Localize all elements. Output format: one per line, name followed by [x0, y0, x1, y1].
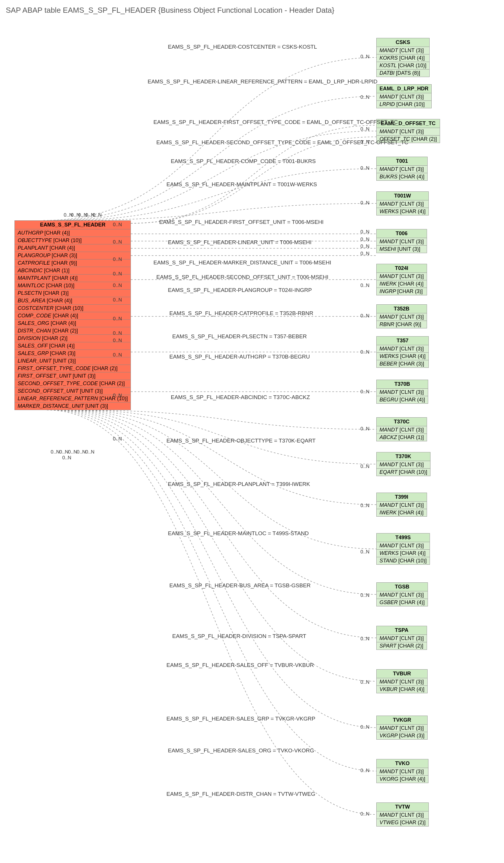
relation-label: EAMS_S_SP_FL_HEADER-SALES_OFF = TVBUR-VK…: [166, 662, 314, 668]
entity-field: VKGRP [CHAR (3)]: [377, 732, 427, 739]
entity-field: SPART [CHAR (2)]: [377, 642, 427, 650]
ref-entity-TVTW: TVTWMANDT [CLNT (3)]VTWEG [CHAR (2)]: [376, 802, 429, 826]
cardinality-label: 0..N: [361, 95, 369, 100]
entity-field: MANDT [CLNT (3)]: [377, 461, 430, 468]
entity-field: MSEHI [UNIT (3)]: [377, 246, 427, 253]
entity-field: KOSTL [CHAR (10)]: [377, 62, 429, 70]
ref-entity-T370C: T370CMANDT [CLNT (3)]ABCKZ [CHAR (1)]: [376, 417, 427, 441]
entity-field: MANDT [CLNT (3)]: [377, 166, 427, 173]
entity-field: STAND [CHAR (10)]: [377, 557, 430, 564]
cardinality-label: 0..N: [361, 200, 369, 206]
cardinality-label: 0..N: [59, 449, 68, 455]
ref-entity-T352B: T352BMANDT [CLNT (3)]RBNR [CHAR (9)]: [376, 304, 427, 328]
entity-header: TVTW: [377, 803, 428, 811]
relation-label: EAMS_S_SP_FL_HEADER-SALES_GRP = TVKGR-VK…: [166, 716, 315, 722]
ref-entity-T357: T357MANDT [CLNT (3)]WERKS [CHAR (4)]BEBE…: [376, 336, 429, 368]
cardinality-label: 0..N: [361, 464, 369, 470]
cardinality-label: 0..N: [68, 449, 77, 455]
entity-field: INGRP [CHAR (3)]: [377, 288, 427, 295]
relation-label: EAMS_S_SP_FL_HEADER-COSTCENTER = CSKS-KO…: [168, 44, 317, 50]
cardinality-label: 0..N: [361, 503, 369, 509]
entity-field: MANDT [CLNT (3)]: [377, 128, 440, 136]
page-title: SAP ABAP table EAMS_S_SP_FL_HEADER {Busi…: [6, 6, 504, 15]
entity-field: KOKRS [CHAR (4)]: [377, 54, 429, 62]
cardinality-label: 0..N: [77, 449, 86, 455]
cardinality-label: 0..N: [113, 297, 122, 303]
cardinality-label: 0..N: [113, 257, 122, 262]
entity-field: COSTCENTER [CHAR (10)]: [15, 305, 130, 312]
cardinality-label: 0..N: [361, 283, 369, 288]
relation-label: EAMS_S_SP_FL_HEADER-FIRST_OFFSET_UNIT = …: [159, 219, 324, 225]
cardinality-label: 0..N: [361, 768, 369, 774]
cardinality-label: 0..N: [85, 449, 94, 455]
cardinality-label: 0..N: [361, 229, 369, 235]
entity-field: WERKS [CHAR (4)]: [377, 353, 428, 360]
cardinality-label: 0..N: [361, 313, 369, 319]
relation-label: EAMS_S_SP_FL_HEADER-COMP_CODE = T001-BUK…: [171, 158, 316, 164]
er-diagram: EAMS_S_SP_FL_HEADERAUTHGRP [CHAR (4)]OBJ…: [6, 21, 504, 860]
entity-header: T006: [377, 229, 427, 238]
cardinality-label: 0..N: [361, 54, 369, 60]
cardinality-label: 0..N: [361, 126, 369, 132]
cardinality-label: 0..N: [113, 239, 122, 245]
entity-field: FIRST_OFFSET_TYPE_CODE [CHAR (2)]: [15, 365, 130, 372]
relation-label: EAMS_S_SP_FL_HEADER-FIRST_OFFSET_TYPE_CO…: [153, 119, 398, 125]
ref-entity-T024I: T024IMANDT [CLNT (3)]IWERK [CHAR (4)]ING…: [376, 264, 427, 296]
entity-header: CSKS: [377, 38, 429, 47]
relation-label: EAMS_S_SP_FL_HEADER-MAINTLOC = T499S-STA…: [168, 530, 309, 537]
entity-header: TVBUR: [377, 670, 427, 678]
entity-field: VTWEG [CHAR (2)]: [377, 819, 428, 826]
entity-header: TGSB: [377, 583, 428, 591]
entity-field: EQART [CHAR (10)]: [377, 468, 430, 476]
relation-label: EAMS_S_SP_FL_HEADER-LINEAR_REFERENCE_PAT…: [148, 78, 378, 85]
relation-label: EAMS_S_SP_FL_HEADER-CATPROFILE = T352B-R…: [169, 310, 313, 316]
ref-entity-TVKGR: TVKGRMANDT [CLNT (3)]VKGRP [CHAR (3)]: [376, 716, 428, 740]
entity-field: MANDT [CLNT (3)]: [377, 635, 427, 642]
relation-label: EAMS_S_SP_FL_HEADER-AUTHGRP = T370B-BEGR…: [169, 354, 310, 360]
entity-field: IWERK [CHAR (4)]: [377, 509, 427, 516]
entity-field: MARKER_DISTANCE_UNIT [UNIT (3)]: [15, 402, 130, 410]
cardinality-label: 0..N: [361, 349, 369, 355]
cardinality-label: 0..N: [113, 222, 122, 228]
relation-label: EAMS_S_SP_FL_HEADER-LINEAR_UNIT = T006-M…: [168, 239, 312, 246]
cardinality-label: 0..N: [361, 549, 369, 555]
entity-header: T001: [377, 157, 427, 166]
relation-label: EAMS_S_SP_FL_HEADER-BUS_AREA = TGSB-GSBE…: [169, 583, 311, 589]
relation-label: EAMS_S_SP_FL_HEADER-PLSECTN = T357-BEBER: [172, 333, 307, 340]
entity-field: PLSECTN [CHAR (3)]: [15, 290, 130, 297]
entity-field: MANDT [CLNT (3)]: [377, 93, 431, 101]
ref-entity-TSPA: TSPAMANDT [CLNT (3)]SPART [CHAR (2)]: [376, 626, 427, 650]
relation-label: EAMS_S_SP_FL_HEADER-OBJECTTYPE = T370K-E…: [166, 438, 316, 444]
entity-field: GSBER [CHAR (4)]: [377, 599, 428, 606]
cardinality-label: 0..N: [113, 352, 122, 358]
cardinality-label: 0..N: [93, 212, 102, 218]
entity-field: AUTHGRP [CHAR (4)]: [15, 229, 130, 237]
cardinality-label: 0..N: [51, 449, 60, 455]
relation-label: EAMS_S_SP_FL_HEADER-DISTR_CHAN = TVTW-VT…: [166, 791, 315, 797]
cardinality-label: 0..N: [113, 330, 122, 336]
relation-label: EAMS_S_SP_FL_HEADER-PLANGROUP = T024I-IN…: [168, 287, 312, 293]
entity-field: VKBUR [CHAR (4)]: [377, 686, 427, 693]
entity-header: T499S: [377, 534, 430, 542]
cardinality-label: 0..N: [361, 426, 369, 432]
relation-label: EAMS_S_SP_FL_HEADER-SALES_ORG = TVKO-VKO…: [168, 748, 314, 754]
ref-entity-T399I: T399IMANDT [CLNT (3)]IWERK [CHAR (4)]: [376, 492, 427, 517]
entity-field: FIRST_OFFSET_UNIT [UNIT (3)]: [15, 372, 130, 380]
entity-field: MANDT [CLNT (3)]: [377, 502, 427, 509]
ref-entity-T370K: T370KMANDT [CLNT (3)]EQART [CHAR (10)]: [376, 452, 430, 476]
entity-header: T352B: [377, 305, 427, 313]
entity-header: TVKO: [377, 759, 428, 768]
relation-label: EAMS_S_SP_FL_HEADER-MAINTPLANT = T001W-W…: [166, 181, 317, 188]
ref-entity-TGSB: TGSBMANDT [CLNT (3)]GSBER [CHAR (4)]: [376, 583, 428, 606]
entity-header: T370K: [377, 452, 430, 461]
entity-field: MANDT [CLNT (3)]: [377, 313, 427, 321]
cardinality-label: 0..N: [113, 316, 122, 322]
entity-field: MANDT [CLNT (3)]: [377, 542, 430, 550]
entity-field: IWERK [CHAR (4)]: [377, 280, 427, 288]
ref-entity-CSKS: CSKSMANDT [CLNT (3)]KOKRS [CHAR (4)]KOST…: [376, 38, 430, 77]
entity-field: WERKS [CHAR (4)]: [377, 208, 428, 215]
entity-field: MANDT [CLNT (3)]: [377, 811, 428, 819]
ref-entity-EAML_D_LRP_HDR: EAML_D_LRP_HDRMANDT [CLNT (3)]LRPID [CHA…: [376, 84, 432, 108]
cardinality-label: 0..N: [361, 811, 369, 817]
relation-label: EAMS_S_SP_FL_HEADER-DIVISION = TSPA-SPAR…: [172, 633, 306, 639]
